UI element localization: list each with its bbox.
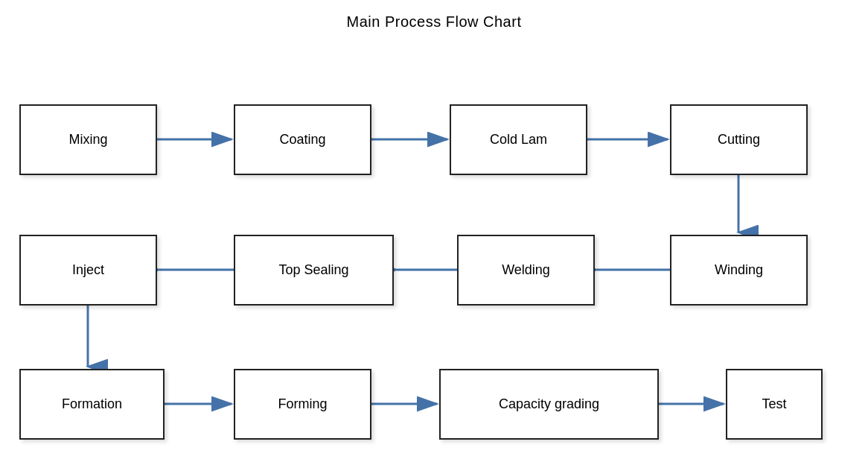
label-welding: Welding xyxy=(502,262,550,278)
label-topsealing: Top Sealing xyxy=(278,262,348,278)
label-coldlam: Cold Lam xyxy=(490,132,547,148)
box-cutting: Cutting xyxy=(670,104,808,175)
label-inject: Inject xyxy=(72,262,104,278)
box-capgrading: Capacity grading xyxy=(439,369,659,440)
label-forming: Forming xyxy=(278,396,327,412)
flowchart: Mixing Coating Cold Lam Cutting Inject T… xyxy=(0,45,868,462)
label-capgrading: Capacity grading xyxy=(499,396,599,412)
box-coldlam: Cold Lam xyxy=(450,104,587,175)
label-winding: Winding xyxy=(715,262,763,278)
label-coating: Coating xyxy=(279,132,325,148)
label-mixing: Mixing xyxy=(68,132,107,148)
box-topsealing: Top Sealing xyxy=(234,235,394,306)
label-formation: Formation xyxy=(62,396,122,412)
box-mixing: Mixing xyxy=(19,104,157,175)
box-formation: Formation xyxy=(19,369,165,440)
label-cutting: Cutting xyxy=(718,132,760,148)
box-coating: Coating xyxy=(234,104,371,175)
box-inject: Inject xyxy=(19,235,157,306)
box-welding: Welding xyxy=(457,235,595,306)
box-test: Test xyxy=(726,369,823,440)
label-test: Test xyxy=(762,396,786,412)
box-forming: Forming xyxy=(234,369,371,440)
page-title: Main Process Flow Chart xyxy=(0,0,868,31)
box-winding: Winding xyxy=(670,235,808,306)
